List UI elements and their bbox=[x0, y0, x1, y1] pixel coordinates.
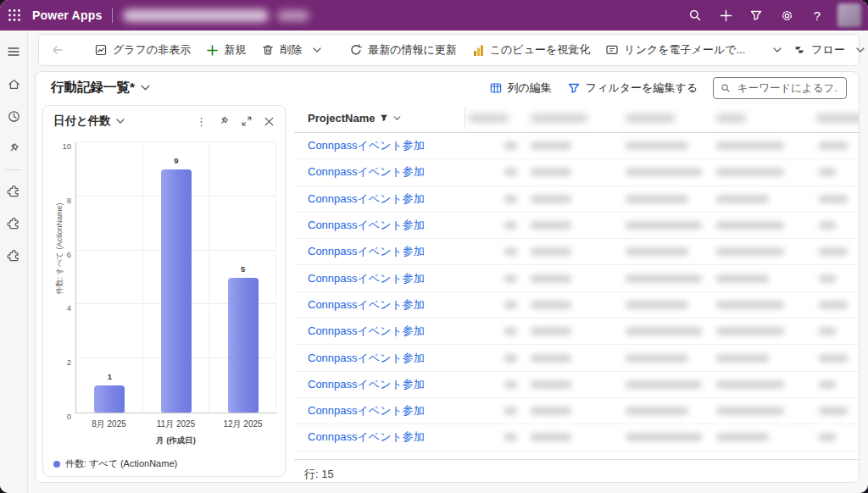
blurred-cell bbox=[716, 328, 784, 335]
chart-plot-area: 0246810195 bbox=[75, 142, 276, 413]
chart-x-axis-title: 月 (作成日) bbox=[75, 435, 276, 446]
pinned-pin-icon[interactable] bbox=[3, 136, 25, 161]
keyword-search-input[interactable] bbox=[736, 81, 839, 95]
project-name-link[interactable]: Connpassイベント参加 bbox=[308, 271, 425, 286]
delete-button[interactable]: 削除 bbox=[253, 37, 309, 63]
table-row[interactable]: Connpassイベント参加 bbox=[294, 398, 859, 424]
flow-chevron-icon[interactable] bbox=[853, 47, 868, 53]
project-name-link[interactable]: Connpassイベント参加 bbox=[308, 324, 425, 339]
blurred-cell bbox=[819, 142, 848, 150]
table-row[interactable]: Connpassイベント参加 bbox=[294, 133, 859, 159]
chart-expand-icon[interactable] bbox=[241, 115, 253, 127]
table-row[interactable]: Connpassイベント参加 bbox=[294, 213, 859, 239]
table-entity-icon-2[interactable] bbox=[3, 211, 25, 236]
blurred-cell bbox=[531, 407, 571, 415]
row-count: 行: 15 bbox=[294, 459, 859, 482]
chart-more-icon[interactable]: ⋮ bbox=[196, 115, 207, 128]
project-name-link[interactable]: Connpassイベント参加 bbox=[308, 377, 425, 392]
table-row[interactable]: Connpassイベント参加 bbox=[294, 239, 859, 265]
visualize-view-label: このビューを視覚化 bbox=[490, 42, 591, 58]
search-icon[interactable] bbox=[680, 0, 710, 30]
refresh-label: 最新の情報に更新 bbox=[368, 42, 457, 58]
product-name[interactable]: Power Apps bbox=[32, 8, 102, 22]
blurred-cell bbox=[626, 301, 688, 308]
blurred-cell bbox=[716, 169, 784, 176]
project-name-link[interactable]: Connpassイベント参加 bbox=[308, 244, 425, 259]
view-selector[interactable]: 行動記録一覧* bbox=[51, 79, 150, 97]
blurred-cell bbox=[626, 328, 702, 335]
blurred-column-header bbox=[716, 114, 746, 122]
flow-label: フロー bbox=[811, 42, 845, 58]
email-link-chevron-icon[interactable] bbox=[770, 47, 785, 53]
y-tick-label: 6 bbox=[67, 250, 71, 259]
project-name-link[interactable]: Connpassイベント参加 bbox=[308, 138, 425, 153]
chart-selector[interactable]: 日付と件数 bbox=[53, 114, 125, 129]
refresh-button[interactable]: 最新の情報に更新 bbox=[342, 37, 465, 63]
edit-filters-button[interactable]: フィルターを編集する bbox=[567, 80, 698, 96]
blurred-cell bbox=[626, 169, 702, 176]
blurred-cell bbox=[819, 380, 836, 388]
bar-8月 2025[interactable] bbox=[94, 385, 125, 413]
edit-columns-button[interactable]: 列の編集 bbox=[489, 80, 552, 96]
blurred-cell bbox=[504, 328, 517, 335]
add-icon[interactable] bbox=[710, 0, 741, 30]
recent-clock-icon[interactable] bbox=[3, 103, 25, 129]
table-row[interactable]: Connpassイベント参加 bbox=[294, 265, 859, 291]
bar-11月 2025[interactable] bbox=[161, 169, 192, 413]
x-tick-label: 12月 2025 bbox=[209, 418, 276, 431]
table-row[interactable]: Connpassイベント参加 bbox=[294, 372, 859, 398]
table-row[interactable]: Connpassイベント参加 bbox=[294, 159, 859, 186]
back-arrow-icon[interactable] bbox=[51, 43, 64, 57]
blurred-cell bbox=[716, 248, 784, 256]
project-name-link[interactable]: Connpassイベント参加 bbox=[308, 218, 425, 233]
keyword-search-box[interactable] bbox=[713, 77, 847, 99]
table-row[interactable]: Connpassイベント参加 bbox=[294, 424, 859, 451]
blurred-cell bbox=[504, 195, 517, 202]
bar-12月 2025[interactable] bbox=[228, 278, 259, 413]
y-tick-label: 4 bbox=[67, 303, 71, 313]
table-row[interactable]: Connpassイベント参加 bbox=[294, 186, 859, 213]
table-row[interactable]: Connpassイベント参加 bbox=[294, 319, 859, 345]
top-bar: Power Apps ? bbox=[0, 0, 868, 30]
blurred-cell bbox=[531, 142, 571, 150]
table-entity-icon-1[interactable] bbox=[3, 179, 25, 204]
project-name-link[interactable]: Connpassイベント参加 bbox=[308, 351, 425, 366]
main-content-card: 行動記録一覧* 列の編集 フィルターを編集する bbox=[35, 71, 860, 483]
visualize-view-button[interactable]: このビューを視覚化 bbox=[465, 37, 598, 63]
blurred-cell bbox=[819, 407, 848, 415]
settings-gear-icon[interactable] bbox=[771, 0, 802, 30]
y-tick-label: 8 bbox=[67, 196, 71, 205]
table-row[interactable]: Connpassイベント参加 bbox=[294, 292, 859, 319]
email-link-button[interactable]: リンクを電子メールで... bbox=[598, 37, 753, 63]
project-name-link[interactable]: Connpassイベント参加 bbox=[308, 403, 425, 418]
delete-label: 削除 bbox=[280, 42, 302, 58]
flow-button[interactable]: フロー bbox=[785, 37, 853, 63]
blurred-cell bbox=[626, 248, 688, 256]
hide-chart-button[interactable]: グラフの非表示 bbox=[86, 37, 198, 63]
blurred-cell bbox=[504, 434, 517, 441]
project-name-link[interactable]: Connpassイベント参加 bbox=[308, 164, 425, 180]
project-name-link[interactable]: Connpassイベント参加 bbox=[308, 191, 425, 207]
hamburger-menu-icon[interactable] bbox=[3, 39, 25, 64]
user-avatar[interactable] bbox=[837, 3, 861, 27]
help-icon[interactable]: ? bbox=[802, 0, 832, 30]
blurred-cell bbox=[716, 222, 784, 230]
column-header-projectname[interactable]: ProjectName bbox=[308, 103, 401, 132]
blurred-cell bbox=[716, 354, 769, 362]
project-name-link[interactable]: Connpassイベント参加 bbox=[308, 297, 425, 313]
home-icon[interactable] bbox=[3, 71, 25, 97]
chart-pin-icon[interactable] bbox=[218, 115, 230, 127]
table-entity-icon-3[interactable] bbox=[3, 243, 25, 269]
blurred-cell bbox=[531, 169, 571, 176]
project-name-link[interactable]: Connpassイベント参加 bbox=[308, 429, 425, 445]
chart-close-icon[interactable] bbox=[264, 116, 275, 127]
blurred-cell bbox=[819, 301, 848, 308]
table-row[interactable]: Connpassイベント参加 bbox=[294, 345, 859, 371]
grid-rows: Connpassイベント参加 Connpassイベント参加 Connpassイベ… bbox=[294, 133, 859, 459]
app-launcher-icon[interactable] bbox=[0, 0, 29, 30]
filter-icon[interactable] bbox=[741, 0, 771, 30]
blurred-cell bbox=[716, 301, 784, 308]
delete-split-chevron-icon[interactable] bbox=[309, 47, 325, 53]
bar-slot: 5 bbox=[209, 142, 276, 413]
new-record-button[interactable]: 新規 bbox=[198, 37, 253, 63]
